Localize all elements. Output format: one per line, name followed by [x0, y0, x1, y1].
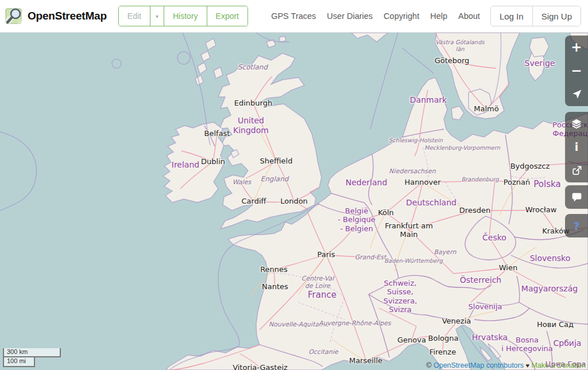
coastline-great-britain [218, 53, 322, 229]
edit-dropdown-button[interactable]: ▾ [150, 6, 164, 26]
map-tools: i [565, 112, 588, 182]
map-key-button[interactable]: i [565, 135, 588, 159]
locate-button[interactable] [565, 83, 588, 106]
auth-buttons: Log In Sign Up [490, 6, 581, 26]
note-bubble-icon [571, 192, 582, 202]
map-canvas[interactable]: UnitedKingdomIrelandSverigeDanmarkNederl… [0, 33, 588, 370]
coastline-layer [163, 33, 588, 370]
help-controls: ? [565, 214, 588, 237]
info-icon: i [575, 142, 579, 153]
question-mark-icon: ? [573, 220, 579, 232]
island-fyn [451, 106, 464, 120]
locate-arrow-icon [571, 89, 582, 100]
nav-about[interactable]: About [458, 11, 480, 21]
signup-button[interactable]: Sign Up [532, 6, 581, 26]
nav-copyright[interactable]: Copyright [384, 11, 419, 21]
help-button[interactable]: ? [565, 214, 588, 237]
share-icon [571, 165, 582, 176]
layers-button[interactable] [565, 112, 588, 135]
plus-icon: + [571, 41, 582, 54]
header: OpenStreetMap Edit ▾ History Export GPS … [0, 0, 588, 33]
coastline-norway [351, 33, 388, 42]
history-button[interactable]: History [164, 6, 207, 26]
zoom-out-button[interactable]: − [565, 59, 588, 83]
scale-control: 300 km 100 mi [3, 348, 61, 368]
export-button[interactable]: Export [207, 6, 247, 26]
brand-title: OpenStreetMap [28, 10, 107, 22]
nav-help[interactable]: Help [430, 11, 447, 21]
layers-icon [571, 118, 582, 130]
scale-mi: 100 mi [3, 357, 35, 367]
coastline-ireland [163, 122, 224, 202]
add-note-button[interactable] [565, 185, 588, 209]
contributors-link[interactable]: OpenStreetMap contributors [434, 361, 524, 369]
edit-button[interactable]: Edit [119, 6, 150, 26]
zoom-in-button[interactable]: + [565, 36, 588, 59]
share-button[interactable] [565, 159, 588, 182]
island-northeast [529, 37, 549, 57]
edit-menu: Edit ▾ History Export [118, 6, 248, 26]
header-nav: GPS Traces User Diaries Copyright Help A… [271, 11, 480, 21]
donation-link[interactable]: Make a Donation [531, 361, 586, 369]
minus-icon: − [571, 64, 582, 77]
note-controls [565, 185, 588, 209]
map-tiles [0, 33, 588, 370]
nav-gps-traces[interactable]: GPS Traces [271, 11, 316, 21]
scale-km: 300 km [3, 348, 61, 358]
home-link[interactable]: OpenStreetMap [5, 7, 107, 25]
heart-icon: ♥ [525, 362, 529, 369]
attribution: © OpenStreetMap contributors ♥ Make a Do… [426, 361, 586, 369]
zoom-controls: + − [565, 36, 588, 106]
nav-user-diaries[interactable]: User Diaries [327, 11, 373, 21]
copyright-symbol: © [426, 361, 431, 369]
openstreetmap-logo [5, 7, 23, 25]
login-button[interactable]: Log In [491, 6, 532, 26]
